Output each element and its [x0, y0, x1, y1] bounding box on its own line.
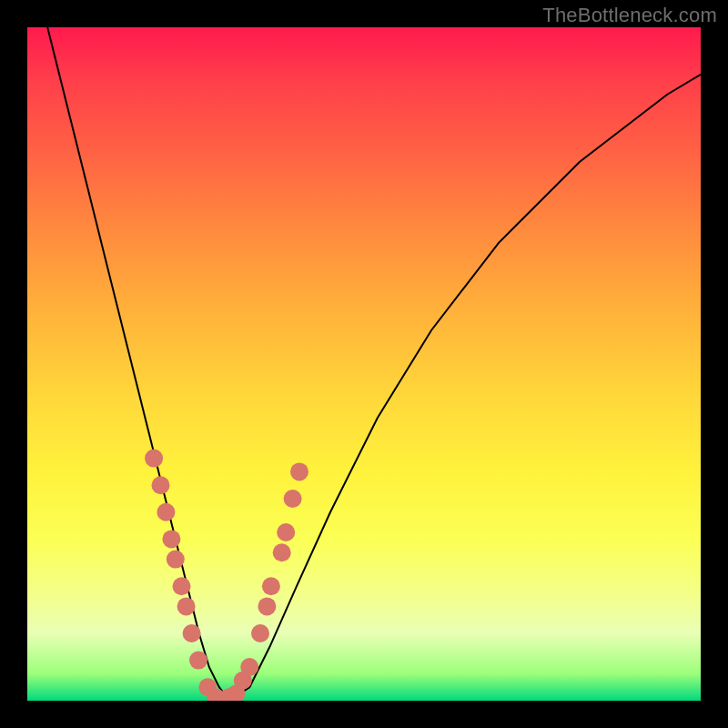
curve-dot [152, 476, 170, 494]
curve-svg [27, 27, 701, 701]
curve-dot [183, 624, 201, 642]
curve-dot [240, 658, 258, 676]
curve-dot [284, 490, 302, 508]
curve-dot [167, 551, 185, 569]
curve-dot [258, 597, 276, 615]
curve-dot [262, 577, 280, 595]
curve-dot [145, 450, 163, 468]
curve-dots-group [145, 450, 308, 701]
curve-dot [273, 543, 291, 561]
curve-dot [177, 597, 196, 615]
curve-dot [157, 503, 175, 521]
watermark-text: TheBottleneck.com [542, 4, 717, 27]
curve-dot [290, 462, 308, 480]
curve-dot [251, 624, 269, 642]
curve-dot [277, 523, 295, 541]
curve-dot [189, 652, 207, 670]
curve-dot [173, 577, 191, 595]
chart-frame: TheBottleneck.com [0, 0, 728, 728]
plot-area [27, 27, 701, 701]
curve-dot [162, 530, 180, 548]
bottleneck-curve [47, 27, 701, 701]
